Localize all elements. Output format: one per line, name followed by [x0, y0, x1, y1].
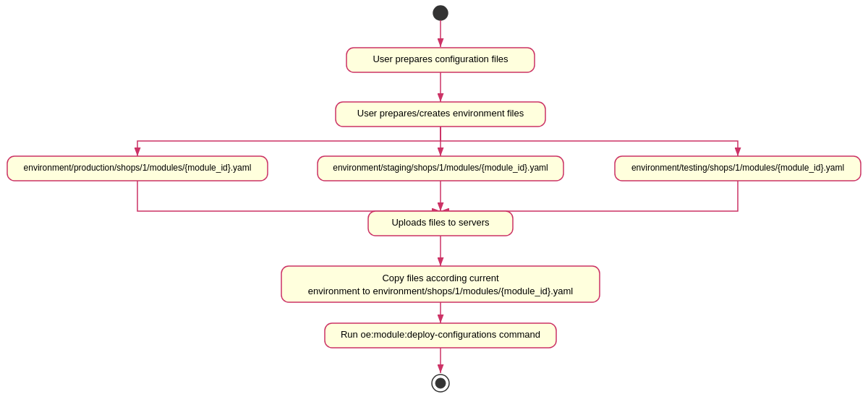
- arrow-left-n4: [137, 181, 441, 211]
- node-copy-files: [281, 266, 600, 302]
- node-prepare-config-label: User prepares configuration files: [373, 54, 509, 64]
- end-node-inner: [435, 378, 446, 388]
- node-uploads-label: Uploads files to servers: [391, 217, 490, 228]
- node-prepare-env-label: User prepares/creates environment files: [357, 108, 524, 119]
- node-staging-label: environment/staging/shops/1/modules/{mod…: [333, 163, 548, 173]
- arrow-right-n4: [441, 181, 738, 211]
- node-copy-files-label1: Copy files according current: [382, 273, 499, 283]
- diagram-container: User prepares configuration files User p…: [0, 0, 868, 402]
- node-copy-files-label2: environment to environment/shops/1/modul…: [308, 286, 573, 296]
- node-run-command-label: Run oe:module:deploy-configurations comm…: [341, 329, 540, 340]
- arrow-n2-right: [441, 127, 738, 156]
- node-testing-label: environment/testing/shops/1/modules/{mod…: [631, 163, 844, 173]
- node-production-label: environment/production/shops/1/modules/{…: [24, 163, 252, 173]
- start-node: [433, 6, 448, 20]
- arrow-n2-left: [137, 127, 441, 156]
